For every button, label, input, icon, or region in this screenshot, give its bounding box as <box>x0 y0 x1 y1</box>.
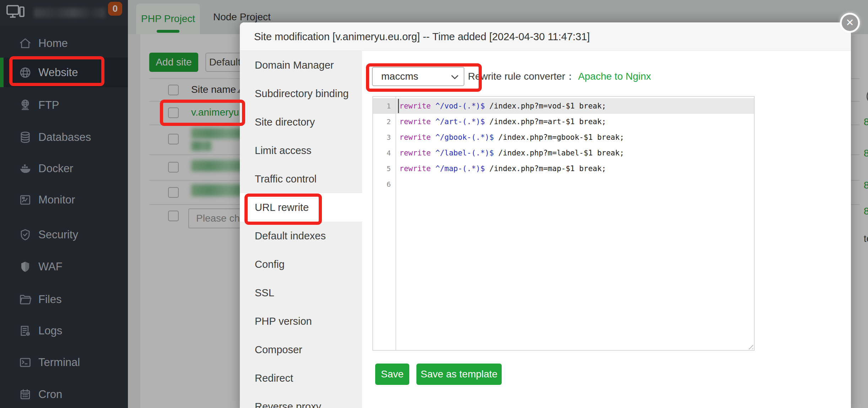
save-as-template-button[interactable]: Save as template <box>416 364 502 385</box>
menu-item-config[interactable]: Config <box>240 250 362 279</box>
text-cursor <box>398 99 399 113</box>
code-line: rewrite^/art-(.*)$ /index.php?m=art-$1 b… <box>399 114 606 129</box>
chevron-down-icon <box>451 75 459 80</box>
line-number: 1 <box>373 98 391 114</box>
line-number-gutter: 1 2 3 4 5 6 <box>373 97 396 350</box>
menu-item-php-version[interactable]: PHP version <box>240 307 362 335</box>
modal-header: Site modification [v.animeryu.eu.org] --… <box>240 22 851 51</box>
code-line: rewrite^/map-(.*)$ /index.php?m=map-$1 b… <box>399 161 606 176</box>
modal-close-icon[interactable]: ✕ <box>840 13 860 33</box>
apache-to-nginx-link[interactable]: Apache to Nginx <box>578 71 651 82</box>
rewrite-rule-editor[interactable]: 1 2 3 4 5 6 rewrite^/vod-(.*)$ /index.ph… <box>372 96 755 351</box>
save-button[interactable]: Save <box>375 364 409 385</box>
line-number: 2 <box>373 114 391 129</box>
modal-menu: Domain Manager Subdirectory binding Site… <box>240 51 362 408</box>
menu-item-limit-access[interactable]: Limit access <box>240 136 362 165</box>
menu-item-domain-manager[interactable]: Domain Manager <box>240 51 362 79</box>
editor-resize-grip[interactable] <box>747 343 753 349</box>
rewrite-template-select[interactable]: maccms <box>372 67 464 86</box>
converter-row: Rewrite rule converter：Apache to Nginx <box>468 67 651 86</box>
menu-item-ssl[interactable]: SSL <box>240 279 362 307</box>
line-number: 6 <box>373 176 391 192</box>
converter-label: Rewrite rule converter： <box>468 71 575 82</box>
menu-item-subdirectory-binding[interactable]: Subdirectory binding <box>240 79 362 108</box>
menu-item-composer[interactable]: Composer <box>240 335 362 364</box>
modal-title: Site modification [v.animeryu.eu.org] --… <box>254 22 590 51</box>
menu-item-reverse-proxy[interactable]: Reverse proxy <box>240 392 362 408</box>
code-line: rewrite^/vod-(.*)$ /index.php?m=vod-$1 b… <box>399 98 606 114</box>
selected-template-value: maccms <box>381 68 418 85</box>
menu-item-redirect[interactable]: Redirect <box>240 364 362 392</box>
line-number: 3 <box>373 129 391 145</box>
menu-item-traffic-control[interactable]: Traffic control <box>240 165 362 193</box>
menu-item-default-indexes[interactable]: Default indexes <box>240 222 362 250</box>
gutter-divider <box>396 97 396 350</box>
menu-item-site-directory[interactable]: Site directory <box>240 108 362 136</box>
menu-item-url-rewrite[interactable]: URL rewrite <box>240 193 362 222</box>
code-line: rewrite^/label-(.*)$ /index.php?m=label-… <box>399 145 624 161</box>
line-number: 5 <box>373 161 391 176</box>
site-modification-modal: Site modification [v.animeryu.eu.org] --… <box>240 22 851 408</box>
code-line: rewrite^/gbook-(.*)$ /index.php?m=gbook-… <box>399 129 624 145</box>
line-number: 4 <box>373 145 391 161</box>
